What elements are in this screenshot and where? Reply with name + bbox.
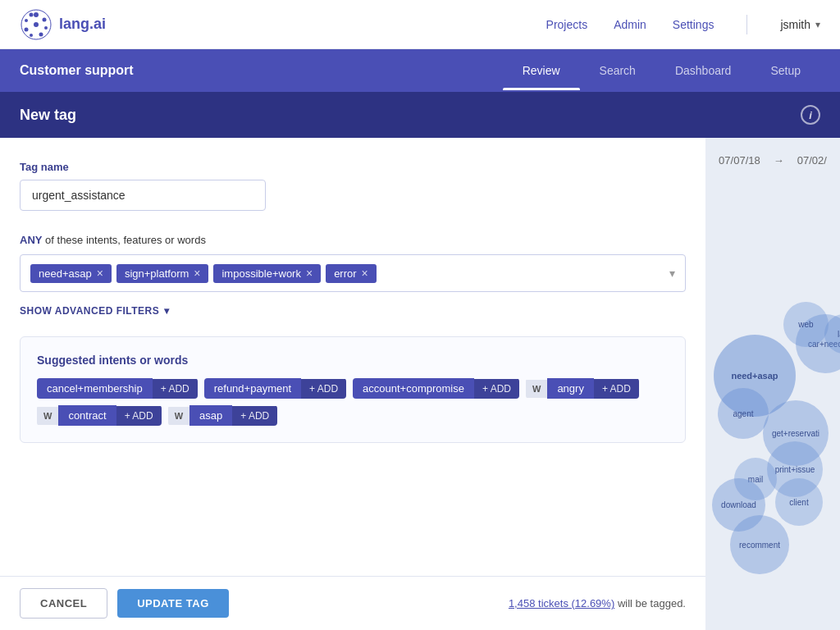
bubble-recomment: recomment <box>730 515 789 574</box>
nav-link-admin[interactable]: Admin <box>614 18 646 31</box>
bubble-agent: agent <box>718 388 769 439</box>
suggestion-w-icon-contract: W <box>37 407 58 425</box>
suggestions-row-2: W contract + ADD W asap + ADD <box>37 405 669 426</box>
page-title: New tag <box>20 107 76 124</box>
top-nav-links: Projects Admin Settings jsmith ▾ <box>546 15 820 34</box>
svg-point-2 <box>43 17 47 21</box>
nav-divider <box>746 15 747 34</box>
tab-review[interactable]: Review <box>503 51 580 90</box>
bubble-web: web <box>783 302 829 347</box>
suggestion-add-refund[interactable]: + ADD <box>301 379 346 399</box>
tab-dashboard[interactable]: Dashboard <box>655 51 751 90</box>
chip-need-asap: need+asap × <box>30 264 112 283</box>
right-panel: 07/07/18 → 07/02/ need+asap car+need web… <box>705 138 840 630</box>
suggestion-add-angry[interactable]: + ADD <box>594 379 639 399</box>
suggestion-label-account: account+compromise <box>353 378 474 399</box>
svg-point-4 <box>39 32 43 36</box>
suggestion-label-refund: refund+payment <box>204 378 301 399</box>
left-panel: Tag name ANY of these intents, features … <box>0 138 705 630</box>
suggestion-w-icon-asap: W <box>168 407 189 425</box>
svg-point-1 <box>34 12 39 17</box>
user-area[interactable]: jsmith ▾ <box>780 18 820 31</box>
suggestion-refund-payment: refund+payment + ADD <box>204 378 346 399</box>
logo-text: lang.ai <box>59 16 106 33</box>
suggestion-label-contract: contract <box>58 405 116 426</box>
chip-sign-platform: sign+platform × <box>116 264 209 283</box>
chip-error: error × <box>326 264 377 283</box>
main-layout: Tag name ANY of these intents, features … <box>0 138 840 630</box>
chip-remove-error[interactable]: × <box>362 267 368 279</box>
arrow-icon: → <box>774 154 784 167</box>
tab-setup[interactable]: Setup <box>751 51 820 90</box>
suggestion-add-contract[interactable]: + ADD <box>116 406 162 426</box>
filter-rest: of these intents, features or words <box>45 234 206 246</box>
advanced-filters-label: SHOW ADVANCED FILTERS <box>20 305 159 317</box>
svg-point-5 <box>30 34 33 37</box>
chip-remove-impossible-work[interactable]: × <box>306 267 313 279</box>
filter-section: ANY of these intents, features or words … <box>20 234 686 292</box>
logo-icon <box>20 8 52 41</box>
bubble-chart: need+asap car+need web late agent get+re… <box>705 171 840 630</box>
svg-point-8 <box>30 12 34 16</box>
suggestion-asap: W asap + ADD <box>168 405 278 426</box>
suggestion-w-icon-angry: W <box>526 380 547 398</box>
chips-container[interactable]: need+asap × sign+platform × impossible+w… <box>20 254 686 292</box>
tickets-info: 1,458 tickets (12.69%) will be tagged. <box>509 597 686 609</box>
filter-any: ANY <box>20 234 42 246</box>
logo-area: lang.ai <box>20 8 106 41</box>
chip-remove-need-asap[interactable]: × <box>97 267 103 279</box>
svg-point-7 <box>25 19 28 22</box>
suggestion-contract: W contract + ADD <box>37 405 162 426</box>
cancel-button[interactable]: CANCEL <box>20 588 107 619</box>
date-to: 07/02/ <box>797 154 827 167</box>
update-tag-button[interactable]: UPDATE TAG <box>117 589 229 618</box>
section-title: Customer support <box>20 63 134 78</box>
suggestion-add-asap[interactable]: + ADD <box>232 406 277 426</box>
chip-impossible-work: impossible+work × <box>213 264 321 283</box>
date-from: 07/07/18 <box>719 154 760 167</box>
suggestion-label-asap: asap <box>189 405 232 426</box>
svg-point-9 <box>34 22 39 27</box>
suggestion-label-angry: angry <box>547 378 594 399</box>
suggestion-add-account[interactable]: + ADD <box>474 379 519 399</box>
date-row: 07/07/18 → 07/02/ <box>705 154 840 167</box>
tab-search[interactable]: Search <box>580 51 655 90</box>
suggestions-row-1: cancel+membership + ADD refund+payment +… <box>37 378 669 399</box>
info-icon[interactable]: i <box>801 105 820 125</box>
section-nav: Customer support Review Search Dashboard… <box>0 49 840 92</box>
nav-link-projects[interactable]: Projects <box>546 18 588 31</box>
suggestions-box: Suggested intents or words cancel+member… <box>20 336 686 443</box>
user-name: jsmith <box>780 18 810 31</box>
filter-label: ANY of these intents, features or words <box>20 234 686 246</box>
chip-remove-sign-platform[interactable]: × <box>194 267 200 279</box>
chevron-down-icon: ▾ <box>815 19 820 30</box>
top-nav: lang.ai Projects Admin Settings jsmith ▾ <box>0 0 840 49</box>
nav-link-settings[interactable]: Settings <box>673 18 714 31</box>
tickets-suffix: will be tagged. <box>618 597 686 609</box>
tickets-link[interactable]: 1,458 tickets (12.69%) <box>509 597 614 609</box>
footer: CANCEL UPDATE TAG 1,458 tickets (12.69%)… <box>0 576 705 630</box>
tag-name-input[interactable] <box>20 180 266 211</box>
chips-dropdown-arrow[interactable]: ▾ <box>669 267 675 280</box>
tag-name-label: Tag name <box>20 161 686 173</box>
chevron-down-filters-icon: ▾ <box>164 305 170 317</box>
bubble-client: client <box>775 478 823 526</box>
suggestion-cancel-membership: cancel+membership + ADD <box>37 378 198 399</box>
page-header: New tag i <box>0 92 840 138</box>
suggestion-angry: W angry + ADD <box>526 378 639 399</box>
suggestion-add-cancel[interactable]: + ADD <box>153 379 198 399</box>
suggestions-title: Suggested intents or words <box>37 354 669 367</box>
suggestion-account-compromise: account+compromise + ADD <box>353 378 519 399</box>
tag-name-field: Tag name <box>20 161 686 211</box>
section-tabs: Review Search Dashboard Setup <box>503 51 820 90</box>
advanced-filters-toggle[interactable]: SHOW ADVANCED FILTERS ▾ <box>20 305 686 317</box>
svg-point-6 <box>25 27 29 31</box>
svg-point-3 <box>44 26 48 30</box>
suggestion-label-cancel: cancel+membership <box>37 378 153 399</box>
